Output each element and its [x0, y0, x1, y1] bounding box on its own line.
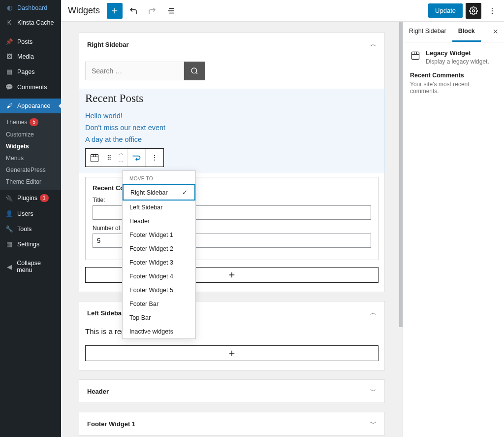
svg-point-6 — [492, 7, 493, 8]
dashboard-icon: ◐ — [5, 4, 14, 11]
popover-item-inactive[interactable]: Inactive widgets — [123, 325, 195, 338]
check-icon: ✓ — [182, 189, 188, 196]
search-input[interactable] — [85, 62, 184, 80]
scrollbar[interactable] — [399, 22, 403, 327]
area-header-header[interactable]: Header ﹀ — [79, 380, 384, 403]
menu-media[interactable]: 🖾Media — [0, 49, 61, 64]
popover-item-right-sidebar[interactable]: Right Sidebar✓ — [123, 184, 195, 201]
menu-comments[interactable]: 💬Comments — [0, 79, 61, 95]
plugin-icon: 🔌 — [5, 195, 14, 202]
popover-item-footer-5[interactable]: Footer Widget 5 — [123, 283, 195, 297]
popover-item-footer-4[interactable]: Footer Widget 4 — [123, 269, 195, 283]
svg-point-17 — [154, 160, 155, 161]
area-header-footer-1[interactable]: Footer Widget 1 ﹀ — [79, 412, 384, 435]
move-up-button[interactable]: ︿ — [115, 149, 127, 158]
settings-tabs: Right Sidebar Block × — [403, 22, 504, 42]
area-header-right-sidebar[interactable]: Right Sidebar ︿ — [79, 33, 384, 56]
search-button[interactable] — [184, 62, 205, 80]
recent-comments-section-title: Recent Comments — [410, 72, 497, 79]
svg-point-16 — [154, 157, 155, 158]
submenu-generatepress[interactable]: GeneratePress — [0, 164, 61, 176]
page-icon: ▤ — [5, 68, 14, 75]
redo-button[interactable] — [144, 3, 160, 19]
options-button[interactable] — [484, 3, 500, 19]
block-options-button[interactable] — [146, 149, 163, 167]
comment-icon: 💬 — [5, 83, 14, 91]
collapse-icon: ◀ — [5, 263, 13, 270]
menu-plugins[interactable]: 🔌Plugins1 — [0, 190, 61, 206]
popover-item-footer-1[interactable]: Footer Widget 1 — [123, 228, 195, 242]
user-icon: 👤 — [5, 210, 14, 217]
chevron-down-icon: ﹀ — [370, 387, 377, 396]
admin-sidebar: ◐Dashboard KKinsta Cache 📌Posts 🖾Media ▤… — [0, 0, 61, 437]
move-to-button[interactable] — [127, 149, 145, 167]
legacy-widget-desc: Display a legacy widget. — [426, 58, 489, 65]
post-link[interactable]: A day at the office — [85, 134, 378, 145]
move-to-popover: Move to Right Sidebar✓ Left Sidebar Head… — [122, 170, 196, 339]
svg-point-5 — [472, 9, 475, 12]
popover-item-footer-2[interactable]: Footer Widget 2 — [123, 242, 195, 256]
post-link[interactable]: Hello world! — [85, 110, 378, 122]
search-widget — [85, 62, 378, 80]
tab-block[interactable]: Block — [452, 22, 481, 42]
submenu-widgets[interactable]: Widgets — [0, 140, 61, 152]
recent-comments-desc: Your site's most recent comments. — [410, 81, 497, 95]
popover-item-footer-bar[interactable]: Footer Bar — [123, 297, 195, 311]
area-header: Header ﹀ — [79, 379, 385, 403]
selected-block-wrap: Recent Posts Hello world! Don't miss our… — [79, 89, 384, 172]
svg-rect-11 — [91, 154, 98, 162]
chevron-down-icon: ﹀ — [370, 419, 377, 428]
menu-pages[interactable]: ▤Pages — [0, 64, 61, 79]
appearance-submenu: Themes5 Customize Widgets Menus Generate… — [0, 113, 61, 190]
popover-item-top-bar[interactable]: Top Bar — [123, 311, 195, 325]
svg-point-7 — [492, 10, 493, 11]
media-icon: 🖾 — [5, 53, 14, 60]
area-footer-widget-1: Footer Widget 1 ﹀ — [79, 412, 385, 436]
menu-dashboard[interactable]: ◐Dashboard — [0, 0, 61, 15]
move-down-button[interactable]: ﹀ — [115, 158, 127, 167]
popover-item-left-sidebar[interactable]: Left Sidebar — [123, 201, 195, 214]
settings-icon: ▦ — [5, 240, 14, 248]
menu-tools[interactable]: 🔧Tools — [0, 221, 61, 236]
post-link[interactable]: Don't miss our next event — [85, 122, 378, 134]
chevron-up-icon: ︿ — [370, 40, 377, 49]
drag-handle[interactable]: ⠿ — [103, 149, 115, 167]
brush-icon: 🖌 — [5, 102, 14, 109]
menu-posts[interactable]: 📌Posts — [0, 34, 61, 49]
popover-item-footer-3[interactable]: Footer Widget 3 — [123, 256, 195, 269]
block-type-icon[interactable] — [86, 149, 103, 167]
popover-item-header[interactable]: Header — [123, 214, 195, 228]
svg-point-15 — [154, 155, 155, 156]
svg-point-9 — [191, 68, 197, 73]
block-toolbar: ⠿ ︿ ﹀ — [85, 148, 164, 167]
list-view-button[interactable] — [163, 3, 179, 19]
undo-button[interactable] — [126, 3, 141, 19]
submenu-themes[interactable]: Themes5 — [0, 116, 61, 129]
editor-topbar: Widgets Update — [61, 0, 504, 22]
svg-line-10 — [196, 72, 197, 74]
submenu-customize[interactable]: Customize — [0, 129, 61, 140]
svg-point-8 — [492, 13, 493, 14]
menu-settings[interactable]: ▦Settings — [0, 236, 61, 252]
kinsta-icon: K — [5, 19, 14, 26]
submenu-menus[interactable]: Menus — [0, 152, 61, 164]
menu-kinsta-cache[interactable]: KKinsta Cache — [0, 15, 61, 30]
menu-appearance[interactable]: 🖌Appearance — [0, 99, 61, 113]
menu-users[interactable]: 👤Users — [0, 206, 61, 221]
area-right-sidebar: Right Sidebar ︿ Recent Posts Hello world… — [79, 33, 385, 292]
update-button[interactable]: Update — [428, 3, 463, 18]
submenu-theme-editor[interactable]: Theme Editor — [0, 176, 61, 188]
plugins-badge: 1 — [40, 194, 49, 202]
tab-right-sidebar[interactable]: Right Sidebar — [403, 22, 452, 42]
main-area: Widgets Update Right Sidebar ︿ — [61, 0, 504, 437]
menu-collapse[interactable]: ◀Collapse menu — [0, 256, 61, 277]
add-block-inline-button[interactable] — [85, 345, 378, 361]
close-settings-button[interactable]: × — [487, 27, 504, 37]
svg-rect-22 — [412, 52, 419, 59]
recent-posts-title: Recent Posts — [85, 92, 378, 105]
settings-gear-button[interactable] — [466, 3, 481, 19]
recent-comments-form: Recent Comme Title: Number of comm Move … — [85, 177, 378, 260]
tools-icon: 🔧 — [5, 225, 14, 233]
add-block-button[interactable] — [107, 3, 123, 19]
editor-canvas: Right Sidebar ︿ Recent Posts Hello world… — [61, 22, 403, 437]
